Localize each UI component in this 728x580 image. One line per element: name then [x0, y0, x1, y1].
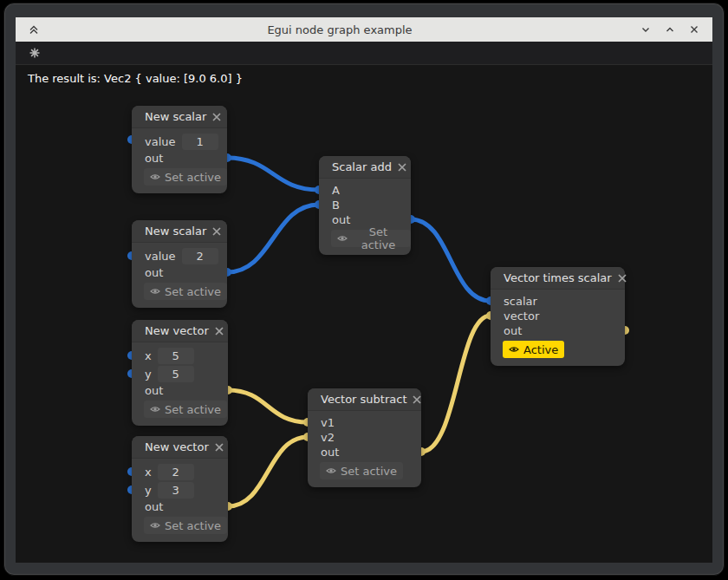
node-new-scalar-1[interactable]: New scalar value 1 out	[132, 106, 227, 193]
node-close-button[interactable]	[412, 393, 422, 407]
button-label: Set active	[341, 465, 397, 478]
node-body: v1 v2 out Set act	[308, 411, 421, 487]
titlebar[interactable]: Egui node graph example	[16, 17, 712, 42]
value-input[interactable]: 2	[158, 464, 194, 480]
node-close-button[interactable]	[211, 110, 222, 124]
value-input[interactable]: 1	[182, 134, 218, 150]
wire-scalar1-to-addA	[227, 158, 319, 190]
node-close-button[interactable]	[214, 324, 224, 338]
set-active-button[interactable]: Set active	[144, 168, 227, 186]
node-header[interactable]: New vector	[132, 320, 228, 342]
node-close-button[interactable]	[397, 160, 407, 174]
chevron-up-icon	[664, 23, 676, 36]
window-content: Egui node graph example	[16, 17, 712, 563]
node-graph-canvas[interactable]: The result is: Vec2 { value: [9.0 6.0] }	[16, 65, 712, 563]
set-active-button[interactable]: Set active	[331, 230, 411, 247]
close-icon	[214, 326, 224, 336]
close-icon	[211, 226, 222, 237]
input-row-vector: vector	[491, 309, 625, 323]
param-label: value	[145, 250, 176, 263]
node-body: scalar vector out	[491, 290, 625, 366]
active-button[interactable]: Active	[503, 341, 564, 358]
node-header[interactable]: New scalar	[132, 106, 227, 128]
node-vector-subtract[interactable]: Vector subtract v1 v2 out	[308, 388, 421, 487]
close-icon	[397, 162, 407, 173]
wire-scalar2-to-addB	[227, 205, 319, 272]
eye-icon	[150, 287, 160, 296]
chevron-down-icon	[640, 23, 652, 36]
value-input[interactable]: 3	[158, 482, 194, 499]
node-close-button[interactable]	[214, 440, 224, 454]
set-active-button[interactable]: Set active	[144, 401, 227, 418]
input-label: v2	[321, 431, 335, 444]
node-header[interactable]: New vector	[132, 436, 228, 459]
param-row-x: x 2	[132, 463, 228, 481]
value-input[interactable]: 5	[158, 366, 194, 382]
eye-icon	[509, 345, 519, 354]
param-row-y: y 5	[132, 365, 228, 383]
input-row-a: A	[319, 183, 411, 198]
output-row-out: out	[132, 151, 227, 166]
node-new-scalar-2[interactable]: New scalar value 2 out	[132, 220, 227, 308]
eye-icon	[150, 173, 160, 181]
eye-icon	[337, 234, 348, 243]
set-active-button[interactable]: Set active	[144, 283, 227, 300]
input-row-v1: v1	[308, 415, 421, 430]
node-title: Scalar add	[332, 160, 392, 173]
node-new-vector-2[interactable]: New vector x 2 y 3	[132, 436, 228, 542]
node-vector-times-scalar[interactable]: Vector times scalar scalar vector out	[491, 267, 625, 366]
param-label: x	[145, 466, 152, 479]
param-row-value: value 1	[132, 133, 227, 151]
node-header[interactable]: Vector subtract	[308, 388, 421, 411]
node-header[interactable]: Vector times scalar	[491, 267, 625, 290]
node-body: A B out Set activ	[319, 179, 411, 255]
value-input[interactable]: 2	[182, 248, 218, 264]
minimize-icon[interactable]	[636, 20, 655, 39]
output-label: out	[145, 500, 163, 513]
close-icon	[412, 394, 422, 405]
set-active-button[interactable]: Set active	[320, 462, 403, 479]
close-icon	[214, 442, 224, 453]
wire-sub-to-times-vector	[421, 316, 491, 452]
set-active-button[interactable]: Set active	[144, 517, 227, 534]
node-title: Vector times scalar	[504, 271, 612, 284]
param-row-value: value 2	[132, 247, 227, 265]
shade-window-icon[interactable]	[24, 20, 43, 39]
window-title: Egui node graph example	[43, 23, 636, 36]
input-row-v2: v2	[308, 430, 421, 445]
star-menu-button[interactable]	[26, 44, 43, 62]
output-label: out	[145, 152, 163, 165]
wire-vec2-to-sub-v2	[228, 437, 308, 506]
node-title: New scalar	[145, 225, 206, 238]
node-close-button[interactable]	[617, 271, 627, 285]
node-header[interactable]: Scalar add	[319, 156, 411, 179]
value-input[interactable]: 5	[158, 348, 194, 364]
input-label: v1	[321, 416, 335, 429]
maximize-icon[interactable]	[660, 20, 679, 39]
result-text: The result is: Vec2 { value: [9.0 6.0] }	[28, 72, 243, 85]
close-window-icon[interactable]	[685, 20, 704, 39]
wire-vec1-to-sub-v1	[228, 390, 308, 422]
node-close-button[interactable]	[211, 225, 222, 238]
button-label: Active	[523, 343, 558, 356]
output-row-out: out	[491, 323, 625, 338]
node-scalar-add[interactable]: Scalar add A B out	[319, 156, 411, 255]
output-row-out: out	[132, 265, 227, 280]
input-label: vector	[504, 310, 539, 323]
input-row-scalar: scalar	[491, 294, 625, 309]
button-label: Set active	[165, 171, 221, 184]
close-icon	[688, 23, 700, 36]
output-label: out	[145, 266, 163, 279]
param-label: x	[145, 349, 152, 362]
node-title: New scalar	[145, 110, 206, 123]
menubar	[16, 42, 712, 65]
eye-icon	[326, 466, 336, 475]
param-label: y	[145, 484, 152, 497]
input-label: scalar	[504, 295, 537, 308]
node-header[interactable]: New scalar	[132, 220, 227, 243]
output-row-out: out	[132, 383, 228, 398]
output-label: out	[504, 324, 522, 337]
button-label: Set active	[165, 403, 221, 416]
wire-add-to-times-scalar	[411, 219, 491, 301]
node-new-vector-1[interactable]: New vector x 5 y 5	[132, 320, 228, 426]
